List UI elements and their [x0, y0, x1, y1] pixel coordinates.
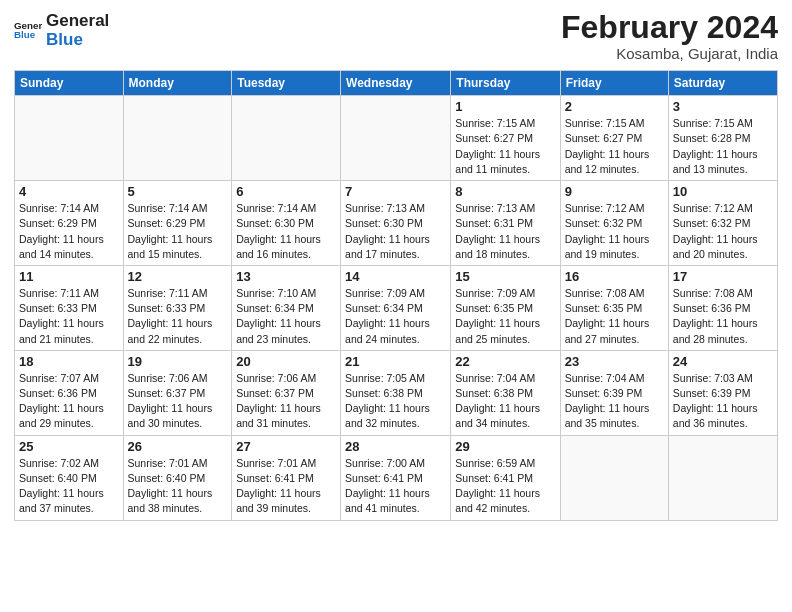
day-info: Sunrise: 7:11 AM Sunset: 6:33 PM Dayligh… — [128, 286, 228, 347]
day-number: 13 — [236, 269, 336, 284]
calendar-cell: 17Sunrise: 7:08 AM Sunset: 6:36 PM Dayli… — [668, 265, 777, 350]
calendar-cell: 12Sunrise: 7:11 AM Sunset: 6:33 PM Dayli… — [123, 265, 232, 350]
day-info: Sunrise: 7:10 AM Sunset: 6:34 PM Dayligh… — [236, 286, 336, 347]
calendar-week-row: 1Sunrise: 7:15 AM Sunset: 6:27 PM Daylig… — [15, 96, 778, 181]
day-number: 19 — [128, 354, 228, 369]
day-number: 7 — [345, 184, 446, 199]
day-info: Sunrise: 7:14 AM Sunset: 6:29 PM Dayligh… — [128, 201, 228, 262]
day-number: 8 — [455, 184, 555, 199]
day-info: Sunrise: 7:13 AM Sunset: 6:31 PM Dayligh… — [455, 201, 555, 262]
calendar-week-row: 4Sunrise: 7:14 AM Sunset: 6:29 PM Daylig… — [15, 181, 778, 266]
page-header: General Blue General Blue February 2024 … — [14, 10, 778, 62]
calendar-cell: 27Sunrise: 7:01 AM Sunset: 6:41 PM Dayli… — [232, 435, 341, 520]
day-number: 17 — [673, 269, 773, 284]
calendar-cell: 21Sunrise: 7:05 AM Sunset: 6:38 PM Dayli… — [341, 350, 451, 435]
weekday-header: Saturday — [668, 71, 777, 96]
location-subtitle: Kosamba, Gujarat, India — [561, 45, 778, 62]
calendar-cell: 2Sunrise: 7:15 AM Sunset: 6:27 PM Daylig… — [560, 96, 668, 181]
calendar-cell — [341, 96, 451, 181]
logo: General Blue General Blue — [14, 10, 109, 49]
day-info: Sunrise: 7:14 AM Sunset: 6:30 PM Dayligh… — [236, 201, 336, 262]
calendar-cell: 20Sunrise: 7:06 AM Sunset: 6:37 PM Dayli… — [232, 350, 341, 435]
day-info: Sunrise: 7:08 AM Sunset: 6:36 PM Dayligh… — [673, 286, 773, 347]
calendar-cell: 14Sunrise: 7:09 AM Sunset: 6:34 PM Dayli… — [341, 265, 451, 350]
calendar-cell: 1Sunrise: 7:15 AM Sunset: 6:27 PM Daylig… — [451, 96, 560, 181]
calendar-cell: 8Sunrise: 7:13 AM Sunset: 6:31 PM Daylig… — [451, 181, 560, 266]
day-number: 4 — [19, 184, 119, 199]
day-number: 23 — [565, 354, 664, 369]
day-info: Sunrise: 7:03 AM Sunset: 6:39 PM Dayligh… — [673, 371, 773, 432]
calendar-cell: 7Sunrise: 7:13 AM Sunset: 6:30 PM Daylig… — [341, 181, 451, 266]
calendar-cell: 26Sunrise: 7:01 AM Sunset: 6:40 PM Dayli… — [123, 435, 232, 520]
calendar-cell: 5Sunrise: 7:14 AM Sunset: 6:29 PM Daylig… — [123, 181, 232, 266]
weekday-header: Wednesday — [341, 71, 451, 96]
calendar-cell — [560, 435, 668, 520]
calendar-table: SundayMondayTuesdayWednesdayThursdayFrid… — [14, 70, 778, 520]
day-number: 24 — [673, 354, 773, 369]
calendar-cell: 11Sunrise: 7:11 AM Sunset: 6:33 PM Dayli… — [15, 265, 124, 350]
day-info: Sunrise: 7:08 AM Sunset: 6:35 PM Dayligh… — [565, 286, 664, 347]
day-number: 5 — [128, 184, 228, 199]
day-number: 6 — [236, 184, 336, 199]
calendar-cell: 13Sunrise: 7:10 AM Sunset: 6:34 PM Dayli… — [232, 265, 341, 350]
day-number: 21 — [345, 354, 446, 369]
day-info: Sunrise: 7:06 AM Sunset: 6:37 PM Dayligh… — [128, 371, 228, 432]
calendar-cell: 10Sunrise: 7:12 AM Sunset: 6:32 PM Dayli… — [668, 181, 777, 266]
day-number: 1 — [455, 99, 555, 114]
day-info: Sunrise: 7:13 AM Sunset: 6:30 PM Dayligh… — [345, 201, 446, 262]
day-info: Sunrise: 6:59 AM Sunset: 6:41 PM Dayligh… — [455, 456, 555, 517]
day-number: 3 — [673, 99, 773, 114]
calendar-cell: 23Sunrise: 7:04 AM Sunset: 6:39 PM Dayli… — [560, 350, 668, 435]
day-number: 16 — [565, 269, 664, 284]
svg-text:Blue: Blue — [14, 29, 36, 40]
calendar-header-row: SundayMondayTuesdayWednesdayThursdayFrid… — [15, 71, 778, 96]
day-info: Sunrise: 7:12 AM Sunset: 6:32 PM Dayligh… — [565, 201, 664, 262]
calendar-cell: 22Sunrise: 7:04 AM Sunset: 6:38 PM Dayli… — [451, 350, 560, 435]
day-number: 11 — [19, 269, 119, 284]
calendar-cell: 18Sunrise: 7:07 AM Sunset: 6:36 PM Dayli… — [15, 350, 124, 435]
page-container: General Blue General Blue February 2024 … — [0, 0, 792, 529]
calendar-cell — [15, 96, 124, 181]
calendar-cell: 25Sunrise: 7:02 AM Sunset: 6:40 PM Dayli… — [15, 435, 124, 520]
day-info: Sunrise: 7:04 AM Sunset: 6:38 PM Dayligh… — [455, 371, 555, 432]
calendar-cell: 24Sunrise: 7:03 AM Sunset: 6:39 PM Dayli… — [668, 350, 777, 435]
calendar-cell: 3Sunrise: 7:15 AM Sunset: 6:28 PM Daylig… — [668, 96, 777, 181]
day-number: 27 — [236, 439, 336, 454]
day-number: 12 — [128, 269, 228, 284]
day-info: Sunrise: 7:01 AM Sunset: 6:41 PM Dayligh… — [236, 456, 336, 517]
weekday-header: Sunday — [15, 71, 124, 96]
weekday-header: Monday — [123, 71, 232, 96]
day-info: Sunrise: 7:01 AM Sunset: 6:40 PM Dayligh… — [128, 456, 228, 517]
day-info: Sunrise: 7:15 AM Sunset: 6:27 PM Dayligh… — [455, 116, 555, 177]
calendar-cell — [668, 435, 777, 520]
logo-blue: Blue — [46, 31, 109, 50]
calendar-week-row: 11Sunrise: 7:11 AM Sunset: 6:33 PM Dayli… — [15, 265, 778, 350]
day-info: Sunrise: 7:05 AM Sunset: 6:38 PM Dayligh… — [345, 371, 446, 432]
calendar-week-row: 25Sunrise: 7:02 AM Sunset: 6:40 PM Dayli… — [15, 435, 778, 520]
month-title: February 2024 — [561, 10, 778, 45]
day-number: 22 — [455, 354, 555, 369]
day-number: 28 — [345, 439, 446, 454]
day-number: 14 — [345, 269, 446, 284]
weekday-header: Friday — [560, 71, 668, 96]
day-info: Sunrise: 7:02 AM Sunset: 6:40 PM Dayligh… — [19, 456, 119, 517]
day-info: Sunrise: 7:15 AM Sunset: 6:28 PM Dayligh… — [673, 116, 773, 177]
day-number: 9 — [565, 184, 664, 199]
day-number: 26 — [128, 439, 228, 454]
day-number: 20 — [236, 354, 336, 369]
weekday-header: Thursday — [451, 71, 560, 96]
day-info: Sunrise: 7:11 AM Sunset: 6:33 PM Dayligh… — [19, 286, 119, 347]
title-block: February 2024 Kosamba, Gujarat, India — [561, 10, 778, 62]
day-info: Sunrise: 7:04 AM Sunset: 6:39 PM Dayligh… — [565, 371, 664, 432]
day-info: Sunrise: 7:12 AM Sunset: 6:32 PM Dayligh… — [673, 201, 773, 262]
calendar-cell: 29Sunrise: 6:59 AM Sunset: 6:41 PM Dayli… — [451, 435, 560, 520]
day-info: Sunrise: 7:09 AM Sunset: 6:35 PM Dayligh… — [455, 286, 555, 347]
day-number: 15 — [455, 269, 555, 284]
logo-general: General — [46, 12, 109, 31]
calendar-cell: 9Sunrise: 7:12 AM Sunset: 6:32 PM Daylig… — [560, 181, 668, 266]
day-number: 29 — [455, 439, 555, 454]
calendar-week-row: 18Sunrise: 7:07 AM Sunset: 6:36 PM Dayli… — [15, 350, 778, 435]
day-info: Sunrise: 7:14 AM Sunset: 6:29 PM Dayligh… — [19, 201, 119, 262]
calendar-cell: 28Sunrise: 7:00 AM Sunset: 6:41 PM Dayli… — [341, 435, 451, 520]
day-number: 2 — [565, 99, 664, 114]
